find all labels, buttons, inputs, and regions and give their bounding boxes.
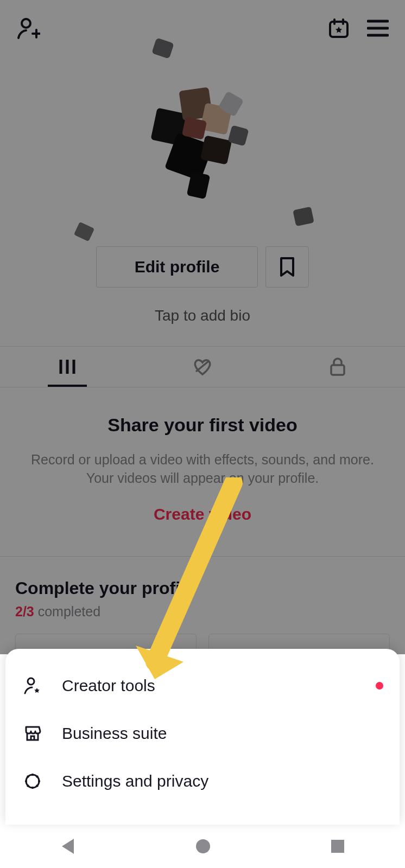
back-triangle-icon <box>60 838 76 855</box>
add-bio-prompt[interactable]: Tap to add bio <box>0 307 405 324</box>
bookmark-button[interactable] <box>265 246 309 288</box>
storefront-icon <box>23 724 42 743</box>
bookmark-icon <box>278 256 296 278</box>
android-nav-bar <box>0 825 405 868</box>
hamburger-icon <box>367 19 389 37</box>
tab-posts[interactable] <box>0 347 135 387</box>
create-video-link[interactable]: Create video <box>154 505 251 524</box>
avatar <box>132 67 273 208</box>
sheet-label: Settings and privacy <box>62 772 383 790</box>
sheet-item-business-suite[interactable]: Business suite <box>5 710 400 757</box>
lock-icon <box>328 356 347 377</box>
home-circle-icon <box>195 838 211 854</box>
empty-state-description: Record or upload a video with effects, s… <box>22 451 383 488</box>
add-friend-button[interactable] <box>16 16 40 40</box>
sheet-item-creator-tools[interactable]: Creator tools <box>5 662 400 710</box>
sheet-label: Creator tools <box>62 676 357 695</box>
gear-icon <box>23 771 42 791</box>
nav-recent[interactable] <box>330 839 345 854</box>
nav-back[interactable] <box>60 838 76 855</box>
svg-point-0 <box>22 19 30 28</box>
tab-private[interactable] <box>270 347 405 387</box>
profile-tabs <box>0 346 405 387</box>
complete-profile-progress: 2/3 completed <box>15 604 390 620</box>
avatar-area[interactable] <box>0 46 405 219</box>
svg-rect-9 <box>331 840 344 853</box>
recent-square-icon <box>330 839 345 854</box>
tab-liked[interactable] <box>135 347 270 387</box>
person-star-icon <box>23 676 42 695</box>
grid-icon <box>58 359 77 375</box>
complete-profile-title: Complete your profile <box>15 578 390 598</box>
notification-dot <box>376 682 383 690</box>
svg-point-8 <box>196 839 210 853</box>
top-bar <box>0 0 405 46</box>
svg-point-6 <box>28 678 34 685</box>
empty-state-title: Share your first video <box>22 414 383 436</box>
nav-home[interactable] <box>195 838 211 854</box>
menu-button[interactable] <box>367 19 389 37</box>
empty-state: Share your first video Record or upload … <box>0 387 405 557</box>
profile-actions: Edit profile <box>0 246 405 288</box>
calendar-star-icon <box>327 16 351 40</box>
heart-eye-off-icon <box>191 357 214 376</box>
sheet-item-settings-privacy[interactable]: Settings and privacy <box>5 757 400 805</box>
svg-rect-2 <box>331 365 344 375</box>
sheet-label: Business suite <box>62 724 383 743</box>
bottom-sheet-menu: Creator tools Business suite Settings an… <box>5 649 400 825</box>
edit-profile-button[interactable]: Edit profile <box>96 246 258 288</box>
calendar-star-button[interactable] <box>327 16 351 40</box>
add-friend-icon <box>16 16 40 40</box>
